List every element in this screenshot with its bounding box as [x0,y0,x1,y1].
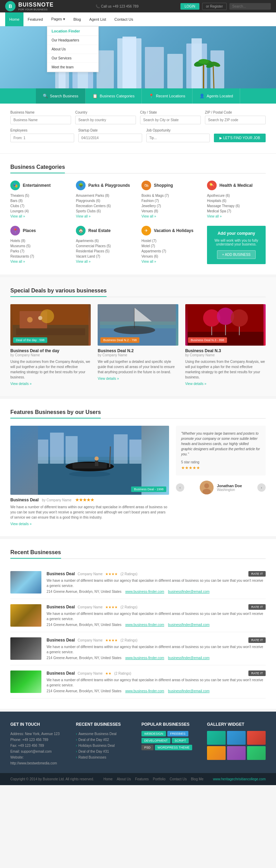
recent-website-1[interactable]: www.business-finder.com [125,590,164,594]
footer-nav-about[interactable]: About Us [117,777,131,781]
recent-website-3[interactable]: www.business-finder.com [125,656,164,660]
list-item[interactable]: Playgrounds (6) [76,198,135,203]
nav-featured[interactable]: Featured [23,12,47,26]
deal-link-3[interactable]: View details » [185,382,266,386]
input-country[interactable] [75,116,136,124]
list-item[interactable]: Lounges (4) [10,209,69,214]
list-item[interactable]: Recreation Centers (6) [76,203,135,209]
footer-nav-contact[interactable]: Contact Us [170,777,187,781]
list-item[interactable]: Bars (8) [10,198,69,203]
nav-pages[interactable]: Pages ▾ Location Finder Our Headquarters… [47,12,69,26]
list-item[interactable]: Clubs (7) [10,203,69,209]
dropdown-services[interactable]: Our Services [47,54,98,63]
list-item[interactable]: Theaters (5) [10,193,69,198]
recent-email-4[interactable]: businessfinder@email.com [168,689,209,693]
list-item[interactable]: Fashion (7) [141,198,200,203]
recent-email-1[interactable]: businessfinder@email.com [168,590,209,594]
testimonial-prev[interactable]: ‹ [176,483,184,492]
dropdown-headquarters[interactable]: Our Headquarters [47,36,98,45]
gallery-thumb-2[interactable] [227,731,246,745]
tab-search-business[interactable]: 🔍 Search Business [36,88,86,104]
recent-email-2[interactable]: businessfinder@email.com [168,623,209,627]
footer-nav-features[interactable]: Features [135,777,149,781]
list-item[interactable]: Hospitals (6) [207,198,266,203]
tag-script[interactable]: SCRIPT [172,738,189,743]
list-item-view-all[interactable]: View all » [141,214,200,219]
list-item[interactable]: Books & Mags (7) [141,193,200,198]
rate-button-2[interactable]: RATE IT [248,604,266,610]
list-item[interactable]: Hotels (8) [10,238,69,243]
list-item[interactable]: Residential Places (5) [76,249,135,254]
search-submit-button[interactable]: ▶ LET'S FIND YOUR JOB [214,134,266,142]
recent-website-2[interactable]: www.business-finder.com [125,623,164,627]
list-item[interactable]: Apothecure (6) [207,193,266,198]
list-item[interactable]: Venues (8) [141,209,200,214]
nav-home[interactable]: Home [5,12,23,26]
recent-email-3[interactable]: businessfinder@email.com [168,656,209,660]
list-item[interactable]: Restaurants (7) [10,254,69,259]
tag-webdesign[interactable]: WEBDESIGN [141,731,166,736]
list-item[interactable]: Rated Businesses [76,754,135,760]
dropdown-about[interactable]: About Us [47,45,98,54]
list-item[interactable]: Motel (7) [141,243,200,249]
deal-link-2[interactable]: View details » [98,377,178,380]
testimonial-next[interactable]: › [257,483,266,492]
add-business-button[interactable]: + ADD BUSINESS [217,250,256,259]
list-item[interactable]: Museums (5) [10,243,69,249]
tab-agents-located[interactable]: 👤 Agents Located [193,88,240,104]
nav-blog[interactable]: Blog [69,12,85,26]
gallery-thumb-4[interactable] [207,746,226,760]
list-item-view-all[interactable]: View all » [10,259,69,264]
input-employees[interactable] [10,134,74,142]
input-city[interactable] [140,116,201,124]
list-item[interactable]: Holidays Business Deal [76,743,135,749]
footer-nav-blog[interactable]: Blog Me [191,777,204,781]
list-item[interactable]: Apartments (6) [76,238,135,243]
login-button[interactable]: LOGIN [180,3,199,10]
rate-button-3[interactable]: RATE IT [248,637,266,643]
gallery-thumb-3[interactable] [247,731,266,745]
footer-nav-home[interactable]: Home [103,777,113,781]
header-search-input[interactable] [229,3,271,10]
list-item[interactable]: Venues (6) [141,254,200,259]
nav-contact[interactable]: Contact Us [110,12,137,26]
dropdown-team[interactable]: Meet the team [47,63,98,72]
tab-recent-locations[interactable]: 📍 Recent Locations [142,88,193,104]
list-item-view-all[interactable]: View all » [10,214,69,219]
list-item[interactable]: Parks (7) [10,249,69,254]
list-item[interactable]: Sports Clubs (6) [76,209,135,214]
list-item-view-all[interactable]: View all » [76,214,135,219]
list-item-view-all[interactable]: View all » [207,214,266,219]
rate-button-4[interactable]: RATE IT [248,671,266,676]
gallery-thumb-6[interactable] [247,746,266,760]
list-item[interactable]: Deal of the Day #02 [76,737,135,743]
list-item[interactable]: Massage Therapy (6) [207,203,266,209]
gallery-thumb-1[interactable] [207,731,226,745]
featured-view-link[interactable]: View details » [10,522,169,526]
list-item[interactable]: Vacant Land (7) [76,254,135,259]
list-item[interactable]: Deal of the Day #31 [76,749,135,754]
tab-business-categories[interactable]: 📋 Business Categories [86,88,142,104]
list-item[interactable]: Awesome Business Deal [76,731,135,737]
input-business-name[interactable] [10,116,71,124]
tag-development[interactable]: DEVELOPMENT [141,738,170,743]
rate-button-1[interactable]: RATE IT [248,571,266,577]
list-item[interactable]: Amusement Parks (8) [76,193,135,198]
list-item-view-all[interactable]: View all » [141,259,200,264]
list-item-view-all[interactable]: View all » [76,259,135,264]
input-job-opportunity[interactable] [146,134,210,142]
input-zip[interactable] [205,116,266,124]
gallery-thumb-5[interactable] [227,746,246,760]
tag-psd[interactable]: PSD [141,745,154,750]
list-item[interactable]: Hostel (7) [141,238,200,243]
nav-agent-list[interactable]: Agent List [85,12,110,26]
list-item[interactable]: Commercial Places (5) [76,243,135,249]
recent-website-4[interactable]: www.business-finder.com [125,689,164,693]
list-item[interactable]: Appartments (7) [141,249,200,254]
register-button[interactable]: or Register [202,3,227,10]
deal-link-1[interactable]: View details » [10,382,91,386]
list-item[interactable]: Medical Spa (7) [207,209,266,214]
footer-nav-portfolio[interactable]: Portfolio [153,777,166,781]
tag-wordpress[interactable]: WORDPRESS THEME [155,745,193,750]
tag-freebies[interactable]: FREEBIES [167,731,188,736]
